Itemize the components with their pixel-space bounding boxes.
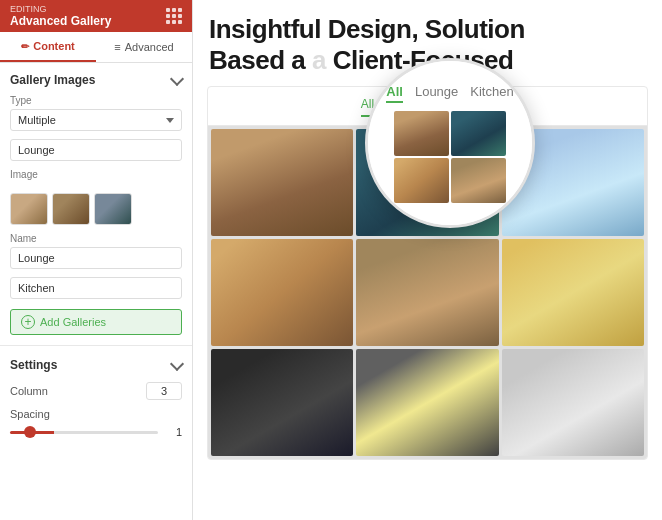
spacing-slider[interactable] [10,431,158,434]
spacing-range-row: 1 [0,424,192,444]
item2-name-input[interactable] [10,277,182,299]
columns-icon: ≡ [114,41,120,53]
grid-icon[interactable] [166,8,182,24]
tab-content[interactable]: ✏ Content [0,32,96,62]
thumb-3[interactable] [94,193,132,225]
editing-label: EDITING [10,4,111,14]
spacing-value: 1 [166,426,182,438]
item1-name-input[interactable] [10,139,182,161]
gallery-images-chevron[interactable] [170,71,184,85]
gallery-cell-8[interactable] [356,349,498,456]
mag-tab-all[interactable]: All [386,84,403,103]
image-thumbs [0,189,192,231]
column-label: Column [10,385,48,397]
item1-name-label-input[interactable] [10,247,182,269]
name-label-field: Name [0,231,192,275]
image-label: Image [10,169,182,180]
item2-name-field [0,275,192,305]
thumb-1[interactable] [10,193,48,225]
add-galleries-button[interactable]: + Add Galleries [10,309,182,335]
settings-chevron[interactable] [170,356,184,370]
mag-mini-grid [394,111,506,203]
mag-cell-1 [394,111,449,156]
column-row: Column [0,378,192,404]
magnifier-content: All Lounge Kitchen [368,61,532,225]
type-field: Type Multiple [0,93,192,137]
magnifier-overlay: All Lounge Kitchen [365,58,535,228]
gallery-cell-5[interactable] [356,239,498,346]
divider [0,345,192,346]
pencil-icon: ✏ [21,41,29,52]
column-input[interactable] [146,382,182,400]
panel-header: EDITING Advanced Gallery [0,0,192,32]
image-label-field: Image [0,167,192,189]
gallery-cell-6[interactable] [502,239,644,346]
spacing-row: Spacing [0,404,192,424]
type-label: Type [10,95,182,106]
panel-title: Advanced Gallery [10,14,111,28]
gallery-cell-1[interactable] [211,129,353,236]
gallery-cell-7[interactable] [211,349,353,456]
type-select[interactable]: Multiple [10,109,182,131]
mag-tab-kitchen[interactable]: Kitchen [470,84,513,103]
right-area: Insightful Design, Solution Based a a Cl… [193,0,662,520]
left-panel: EDITING Advanced Gallery ✏ Content ≡ Adv… [0,0,193,520]
mag-cell-2 [451,111,506,156]
plus-circle-icon: + [21,315,35,329]
gallery-images-section-header: Gallery Images [0,63,192,93]
item1-name-field [0,137,192,167]
gallery-cell-4[interactable] [211,239,353,346]
mag-cell-4 [451,158,506,203]
tabs-row: ✏ Content ≡ Advanced [0,32,192,63]
mag-filter-tabs: All Lounge Kitchen [386,84,513,103]
gallery-cell-9[interactable] [502,349,644,456]
mag-cell-3 [394,158,449,203]
name-label: Name [10,233,182,244]
settings-section-header: Settings [0,348,192,378]
mag-tab-lounge[interactable]: Lounge [415,84,458,103]
thumb-2[interactable] [52,193,90,225]
tab-advanced[interactable]: ≡ Advanced [96,32,192,62]
spacing-label: Spacing [10,408,50,420]
